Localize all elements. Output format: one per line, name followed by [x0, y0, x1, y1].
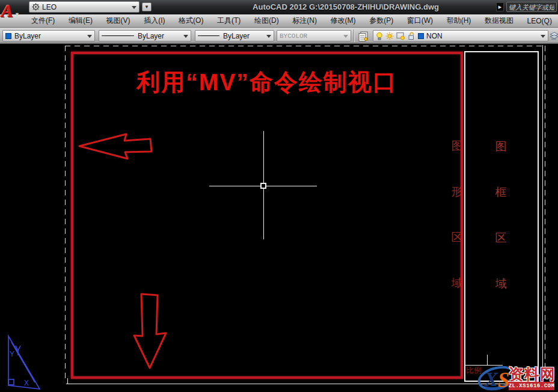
menu-leo[interactable]: LEO(Q) [526, 16, 553, 26]
menu-edit[interactable]: 编辑(E) [67, 14, 94, 27]
lineweight-control-dropdown[interactable]: ByLayer [195, 30, 274, 41]
autocad-logo-icon: A [1, 1, 13, 21]
paper-margin-dashed-top [65, 46, 545, 46]
linetype-sample-icon [102, 35, 134, 36]
title-frame-rectangle [464, 51, 539, 382]
menu-modify[interactable]: 修改(M) [330, 14, 357, 27]
unlock-icon [408, 32, 415, 40]
color-swatch-icon [5, 33, 11, 39]
logo-letter-s: S [498, 369, 509, 392]
viewport-freeze-icon [396, 32, 405, 40]
toolbar-row: ByLayer ByLayer ByLayer BYCOLOR [0, 28, 558, 44]
svg-text:Y: Y [10, 350, 14, 358]
menu-help[interactable]: 帮助(H) [446, 14, 473, 27]
color-control-value: ByLayer [14, 32, 41, 40]
plotstyle-control-value: BYCOLOR [280, 32, 307, 40]
watermark-url: ZL.XS1616.COM [509, 383, 555, 389]
paper-edge-corner [67, 378, 68, 384]
chevron-down-icon [266, 35, 271, 40]
lineweight-sample-icon [198, 35, 219, 36]
menu-format[interactable]: 格式(O) [177, 14, 204, 27]
svg-text:X: X [24, 379, 29, 387]
watermark: X S 资料网 ZL.XS1616.COM [457, 349, 558, 392]
make-layer-current-button[interactable] [550, 30, 558, 42]
menu-window[interactable]: 窗口(W) [406, 14, 434, 27]
chevron-down-icon [541, 35, 545, 40]
chevron-down-icon [87, 35, 92, 40]
menu-view[interactable]: 视图(V) [105, 14, 132, 27]
menu-draw[interactable]: 绘图(D) [253, 14, 280, 27]
logo-letter-x: X [484, 369, 498, 390]
search-input[interactable] [506, 2, 557, 12]
linetype-control-dropdown[interactable]: ByLayer [99, 30, 191, 41]
search-history-button[interactable]: ▶ [496, 2, 504, 11]
layer-name: NON [426, 32, 443, 40]
layer-properties-button[interactable] [356, 30, 370, 42]
menu-dimension[interactable]: 标注(N) [291, 14, 318, 27]
menu-tools[interactable]: 工具(T) [216, 14, 242, 27]
layer-manager-icon [358, 31, 369, 41]
chevron-down-icon [132, 6, 136, 11]
layer-color-swatch-icon [418, 33, 424, 39]
color-control-dropdown[interactable]: ByLayer [2, 30, 95, 41]
ucs-paperspace-icon: X Y [2, 332, 46, 391]
paper-margin-dashed-right [545, 46, 545, 387]
paper-margin-dashed-left [65, 46, 66, 382]
quick-access-customize-button[interactable]: ▼ [142, 2, 152, 11]
lightbulb-icon [376, 32, 383, 40]
crosshair-pickbox [260, 183, 266, 189]
annotation-text: 利用“MV”命令绘制视口 [71, 66, 463, 99]
lineweight-control-value: ByLayer [223, 32, 250, 40]
paper-edge-right [542, 45, 543, 384]
down-arrow-shape [131, 292, 168, 370]
sun-freeze-icon [385, 32, 394, 40]
chevron-down-icon [183, 35, 188, 40]
window-title: AutoCAD 2012 G:\20150708-ZHIHU\DRAWING.d… [198, 2, 493, 11]
layer-control-dropdown[interactable]: NON [373, 30, 548, 41]
gear-icon [32, 3, 40, 11]
menu-dataview[interactable]: 数据视图 [483, 14, 515, 27]
autocad-window: AutoCAD 2012 G:\20150708-ZHIHU\DRAWING.d… [0, 0, 558, 392]
plotstyle-control-dropdown: BYCOLOR [277, 30, 351, 41]
linetype-control-value: ByLayer [138, 32, 164, 40]
chevron-down-icon [343, 35, 348, 40]
watermark-url-bar: ZL.XS1616.COM [509, 382, 554, 390]
menu-insert[interactable]: 插入(I) [143, 14, 166, 27]
mv-viewport-rectangle [71, 52, 463, 379]
chevron-down-icon: ▼ [14, 11, 20, 17]
drawing-canvas[interactable]: 图 形 区 域 图 框 区 域 利用“MV”命令绘制视口 [0, 44, 558, 392]
left-arrow-shape [77, 131, 153, 160]
toolbar-divider [354, 29, 355, 42]
application-menu-button[interactable]: A ▼ [1, 1, 26, 26]
layer-stack-icon [550, 31, 558, 41]
workspace-dropdown[interactable]: LEO [29, 1, 140, 13]
menu-bar: 文件(F) 编辑(E) 视图(V) 插入(I) 格式(O) 工具(T) 绘图(D… [0, 14, 558, 28]
menu-file[interactable]: 文件(F) [30, 14, 56, 27]
menu-parametric[interactable]: 参数(P) [368, 14, 394, 27]
workspace-name: LEO [42, 3, 57, 11]
